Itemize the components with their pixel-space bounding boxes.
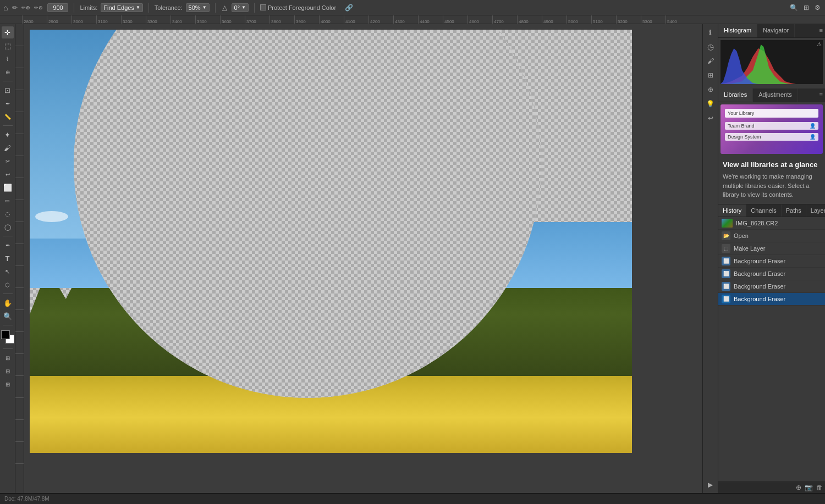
tab-adjustments[interactable]: Adjustments bbox=[753, 88, 798, 102]
history-item-open[interactable]: 📂 Open bbox=[718, 230, 825, 242]
tool-blur[interactable]: ◌ bbox=[2, 208, 14, 220]
tool-selection[interactable]: ⬚ bbox=[2, 40, 14, 52]
v-tick bbox=[15, 222, 24, 244]
tab-channels[interactable]: Channels bbox=[746, 204, 781, 217]
brush-strip-icon[interactable]: 🖌 bbox=[705, 55, 717, 67]
tool-shapes[interactable]: ⬡ bbox=[2, 279, 14, 291]
tolerance-value: 50% bbox=[189, 4, 201, 11]
tool-move[interactable]: ✛ bbox=[2, 26, 14, 38]
histogram-svg bbox=[721, 40, 823, 84]
tool-brush[interactable]: 🖌 bbox=[2, 142, 14, 154]
tool-eraser[interactable]: ⬜ bbox=[2, 181, 14, 193]
play-icon[interactable]: ▶ bbox=[705, 479, 717, 491]
grid-icon[interactable]: ⊞ bbox=[802, 3, 810, 13]
panel-menu-icon[interactable]: ≡ bbox=[817, 24, 825, 37]
canvas-container[interactable] bbox=[24, 24, 702, 493]
tool-history-brush[interactable]: ↩ bbox=[2, 168, 14, 180]
canvas-with-ruler bbox=[15, 24, 702, 493]
ruler-tick: 3200 bbox=[121, 15, 146, 24]
color-swatches[interactable] bbox=[1, 330, 14, 344]
brush-size-box[interactable]: 900 bbox=[47, 3, 68, 12]
ruler-tick: 5300 bbox=[641, 15, 666, 24]
toolbar-separator-5 bbox=[3, 325, 13, 325]
panel-bottom-icons: ⊕ 📷 🗑 bbox=[718, 481, 825, 493]
tool-clone[interactable]: ✂ bbox=[2, 155, 14, 167]
tool-path-select[interactable]: ↖ bbox=[2, 265, 14, 278]
tool-hand[interactable]: ✋ bbox=[2, 297, 14, 309]
lib-item-2[interactable]: Design System 👤 bbox=[725, 133, 818, 141]
foreground-color[interactable] bbox=[1, 330, 10, 339]
v-tick bbox=[15, 442, 24, 464]
tool-dodge[interactable]: ◯ bbox=[2, 221, 14, 233]
delete-icon[interactable]: 🗑 bbox=[816, 484, 823, 491]
history-item-eraser-1[interactable]: ⬜ Background Eraser bbox=[718, 255, 825, 268]
tool-crop[interactable]: ⊡ bbox=[2, 84, 14, 96]
history-item-eraser-4[interactable]: ⬜ Background Eraser bbox=[718, 293, 825, 306]
shapes-strip-icon[interactable]: ⊕ bbox=[705, 84, 717, 96]
tab-libraries[interactable]: Libraries bbox=[718, 88, 753, 102]
tool-zoom[interactable]: 🔍 bbox=[2, 310, 14, 322]
undo-strip-icon[interactable]: ↩ bbox=[705, 112, 717, 124]
v-tick bbox=[15, 266, 24, 288]
info-icon[interactable]: ℹ bbox=[705, 26, 717, 38]
histogram-warning-icon[interactable]: ⚠ bbox=[817, 41, 822, 47]
tab-history[interactable]: History bbox=[718, 204, 746, 217]
tab-histogram[interactable]: Histogram bbox=[718, 24, 757, 37]
ruler-tick: 5000 bbox=[566, 15, 591, 24]
tool-spot-heal[interactable]: ✦ bbox=[2, 129, 14, 141]
grid-strip-icon[interactable]: ⊞ bbox=[705, 69, 717, 81]
camera-icon[interactable]: 📷 bbox=[805, 484, 813, 491]
lightbulb-icon[interactable]: 💡 bbox=[705, 98, 717, 110]
tab-layers[interactable]: Layers bbox=[806, 204, 825, 217]
protect-fg-checkbox[interactable] bbox=[260, 4, 266, 10]
libraries-info-text: We're working to make managing multiple … bbox=[723, 172, 821, 200]
tool-type[interactable]: T bbox=[2, 252, 14, 264]
home-icon[interactable]: ⌂ bbox=[3, 3, 8, 12]
limits-dropdown[interactable]: Find Edges ▼ bbox=[101, 3, 143, 12]
tool-extra[interactable]: ⊞ bbox=[2, 352, 14, 364]
tool-pen[interactable]: ✒ bbox=[2, 239, 14, 251]
search-icon[interactable]: 🔍 bbox=[789, 3, 799, 13]
new-snapshot-icon[interactable]: ⊕ bbox=[796, 484, 801, 491]
v-tick bbox=[15, 310, 24, 332]
toolbar-separator-6 bbox=[3, 348, 13, 349]
history-item-eraser-2[interactable]: ⬜ Background Eraser bbox=[718, 268, 825, 280]
ruler-tick: 5100 bbox=[591, 15, 616, 24]
separator-3 bbox=[215, 3, 216, 13]
tolerance-dropdown-arrow: ▼ bbox=[202, 5, 207, 10]
protect-fg-checkbox-group[interactable]: Protect Foreground Color bbox=[260, 4, 336, 11]
lib-preview-header: Your Library bbox=[725, 109, 818, 118]
tool-eyedropper[interactable]: ✒ bbox=[2, 97, 14, 109]
history-file-item[interactable]: IMG_8628.CR2 bbox=[718, 217, 825, 230]
tool-extra3[interactable]: ⊞ bbox=[2, 378, 14, 390]
tool-measure[interactable]: 📏 bbox=[2, 110, 14, 123]
tab-navigator[interactable]: Navigator bbox=[757, 24, 795, 37]
ruler-tick: 4400 bbox=[418, 15, 443, 24]
tab-paths[interactable]: Paths bbox=[782, 204, 806, 217]
angle-dropdown[interactable]: 0° ▼ bbox=[232, 3, 249, 12]
lib-item-1[interactable]: Team Brand 👤 bbox=[725, 122, 818, 130]
history-open-icon: 📂 bbox=[722, 231, 730, 240]
limits-label: Limits: bbox=[80, 4, 97, 11]
angle-icon[interactable]: △ bbox=[221, 3, 228, 13]
tool-extra2[interactable]: ⊟ bbox=[2, 365, 14, 377]
canvas-image[interactable] bbox=[30, 30, 632, 453]
libraries-menu-icon[interactable]: ≡ bbox=[817, 88, 825, 102]
history-item-eraser-3[interactable]: ⬜ Background Eraser bbox=[718, 280, 825, 293]
link-icon[interactable]: 🔗 bbox=[344, 3, 354, 13]
tool-gradient[interactable]: ▭ bbox=[2, 195, 14, 207]
tolerance-dropdown[interactable]: 50% ▼ bbox=[186, 3, 210, 12]
separator-1 bbox=[74, 3, 74, 13]
tool-quick-select[interactable]: ⊕ bbox=[2, 66, 14, 78]
v-tick bbox=[15, 178, 24, 200]
settings-icon[interactable]: ⚙ bbox=[813, 3, 822, 13]
history-item-make-layer[interactable]: ⬚ Make Layer bbox=[718, 242, 825, 255]
brush-icon[interactable]: ✏ bbox=[11, 3, 19, 13]
history-eraser-icon-3: ⬜ bbox=[722, 282, 730, 291]
brush-add-icon[interactable]: ✏⊕ bbox=[20, 4, 31, 12]
history-icon-strip[interactable]: ◷ bbox=[705, 41, 717, 53]
tool-lasso[interactable]: ⌇ bbox=[2, 53, 14, 65]
brush-sub-icon[interactable]: ✏⊘ bbox=[33, 4, 44, 12]
v-tick bbox=[15, 134, 24, 156]
left-toolbar: ✛ ⬚ ⌇ ⊕ ⊡ ✒ 📏 ✦ 🖌 ✂ ↩ ⬜ ▭ ◌ ◯ ✒ T ↖ ⬡ ✋ … bbox=[0, 24, 15, 493]
